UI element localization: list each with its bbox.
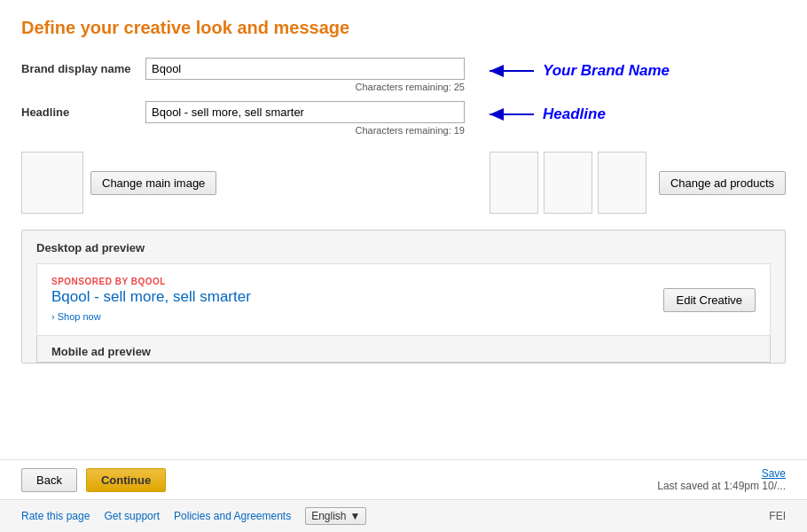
language-selector[interactable]: English ▼: [305, 507, 366, 525]
brand-label: Brand display name: [21, 58, 145, 75]
image-section: Change main image Change ad products: [21, 152, 786, 214]
product-images-group: Change ad products: [490, 152, 786, 214]
footer: Rate this page Get support Policies and …: [0, 499, 807, 532]
headline-annotation-text: Headline: [543, 106, 606, 123]
back-button[interactable]: Back: [21, 468, 77, 492]
preview-headline: Bqool - sell more, sell smarter: [51, 288, 649, 306]
last-saved-text: Last saved at 1:49pm 10/...: [657, 480, 786, 492]
brand-input-group: Characters remaining: 25: [145, 58, 465, 92]
language-label: English: [311, 510, 346, 522]
sponsored-label: SPONSORED BY BQOOL: [51, 277, 649, 286]
headline-input[interactable]: [145, 101, 465, 123]
headline-input-group: Characters remaining: 19: [145, 101, 465, 136]
headline-label: Headline: [21, 101, 145, 119]
chevron-down-icon: ▼: [350, 510, 361, 522]
brand-annotation: Your Brand Name: [482, 58, 670, 81]
brand-name-input[interactable]: [145, 58, 465, 80]
brand-chars-remaining: Characters remaining: 25: [145, 82, 465, 92]
bottom-left: Back Continue: [21, 468, 166, 492]
mobile-preview-title: Mobile ad preview: [36, 336, 771, 363]
headline-row: Headline Characters remaining: 19 Headli…: [21, 101, 786, 136]
product-image-2: [544, 152, 592, 214]
preview-shop-now-link[interactable]: Shop now: [51, 311, 101, 322]
preview-ad-content: SPONSORED BY BQOOL Bqool - sell more, se…: [51, 277, 649, 323]
desktop-preview-inner: SPONSORED BY BQOOL Bqool - sell more, se…: [36, 263, 771, 336]
headline-chars-remaining: Characters remaining: 19: [145, 125, 465, 136]
rate-page-link[interactable]: Rate this page: [21, 510, 90, 522]
bottom-bar: Back Continue Save Last saved at 1:49pm …: [0, 459, 807, 499]
page-title: Define your creative look and message: [21, 18, 786, 38]
headline-annotation: Headline: [482, 101, 606, 124]
product-image-1: [490, 152, 538, 214]
brand-name-row: Brand display name Characters remaining:…: [21, 58, 786, 92]
change-main-image-button[interactable]: Change main image: [90, 171, 216, 195]
main-content: Define your creative look and message Br…: [0, 0, 807, 459]
brand-annotation-text: Your Brand Name: [543, 62, 670, 80]
change-ad-products-button[interactable]: Change ad products: [659, 171, 786, 195]
save-link[interactable]: Save: [762, 467, 786, 480]
headline-arrow-icon: [482, 105, 536, 124]
footer-right-text: FEI: [769, 510, 786, 522]
desktop-preview-title: Desktop ad preview: [36, 241, 771, 254]
brand-arrow-icon: [482, 61, 536, 81]
main-image-placeholder: [21, 152, 83, 214]
desktop-preview-section: Desktop ad preview SPONSORED BY BQOOL Bq…: [21, 230, 786, 364]
continue-button[interactable]: Continue: [86, 468, 166, 492]
product-image-3: [598, 152, 646, 214]
edit-creative-button[interactable]: Edit Creative: [663, 288, 756, 312]
policies-link[interactable]: Policies and Agreements: [174, 510, 291, 522]
get-support-link[interactable]: Get support: [104, 510, 160, 522]
save-info: Save Last saved at 1:49pm 10/...: [657, 467, 786, 492]
